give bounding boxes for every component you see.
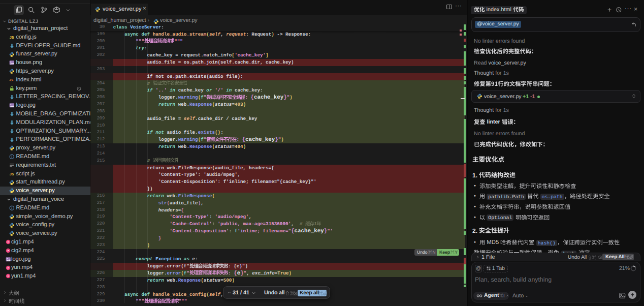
- svg-text:JS: JS: [9, 36, 14, 40]
- svg-text:JS: JS: [9, 172, 14, 176]
- svg-text:<>: <>: [9, 79, 13, 83]
